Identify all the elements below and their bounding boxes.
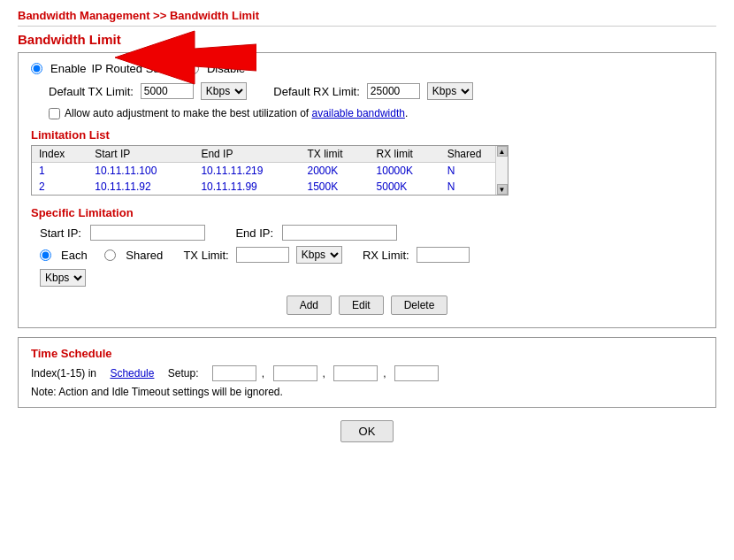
cell-tx-limit: 2000K xyxy=(300,163,369,180)
col-end-ip: End IP xyxy=(194,146,300,163)
rx-limit-label: Default RX Limit: xyxy=(273,85,360,98)
ip-routed-label: IP Routed Subnet xyxy=(91,62,181,75)
disable-radio[interactable] xyxy=(187,63,199,74)
cell-index: 1 xyxy=(32,163,88,180)
table-header-row: Index Start IP End IP TX limit RX limit … xyxy=(32,146,508,163)
section-title: Bandwidth Limit xyxy=(18,32,716,47)
cell-rx-limit: 5000K xyxy=(370,179,440,195)
cell-end-ip: 10.11.11.219 xyxy=(194,163,300,180)
cell-end-ip: 10.11.11.99 xyxy=(194,179,300,195)
time-schedule-title: Time Schedule xyxy=(31,347,703,360)
shared-label: Shared xyxy=(126,249,163,262)
enable-radio[interactable] xyxy=(31,63,42,74)
enable-label: Enable xyxy=(50,62,86,75)
add-button[interactable]: Add xyxy=(287,295,332,315)
end-ip-label: End IP: xyxy=(235,226,273,240)
delete-button[interactable]: Delete xyxy=(391,295,448,315)
specific-tx-unit-select[interactable]: Kbps xyxy=(296,246,342,264)
col-tx-limit: TX limit xyxy=(300,146,369,163)
tx-limit-label: Default TX Limit: xyxy=(49,85,134,98)
specific-limitation-title: Specific Limitation xyxy=(31,206,703,219)
limitation-table: Index Start IP End IP TX limit RX limit … xyxy=(32,146,508,195)
breadcrumb-text: Bandwidth Management >> Bandwidth Limit xyxy=(18,9,259,22)
tx-limit-input[interactable] xyxy=(141,83,194,99)
time-schedule-row: Index(1-15) in Schedule Setup: , , , xyxy=(31,365,703,381)
table-row[interactable]: 2 10.11.11.92 10.11.11.99 1500K 5000K N xyxy=(32,179,508,195)
cell-start-ip: 10.11.11.100 xyxy=(88,163,194,180)
tx-limit-unit-select[interactable]: Kbps xyxy=(201,82,247,100)
specific-tx-limit-label: TX Limit: xyxy=(183,249,228,262)
scroll-down-btn[interactable]: ▼ xyxy=(497,184,508,195)
limitation-table-wrapper: Index Start IP End IP TX limit RX limit … xyxy=(31,145,508,196)
action-buttons-row: Add Edit Delete xyxy=(31,295,703,315)
schedule-input-2[interactable] xyxy=(273,365,317,381)
col-rx-limit: RX limit xyxy=(370,146,440,163)
schedule-input-3[interactable] xyxy=(333,365,378,381)
schedule-input-4[interactable] xyxy=(394,365,439,381)
cell-tx-limit: 1500K xyxy=(300,179,369,195)
specific-rx-limit-label: RX Limit: xyxy=(363,249,409,262)
tx-rx-row: Default TX Limit: Kbps Default RX Limit:… xyxy=(49,82,703,100)
each-label: Each xyxy=(61,249,88,262)
scroll-up-btn[interactable]: ▲ xyxy=(497,146,508,157)
edit-button[interactable]: Edit xyxy=(339,295,384,315)
start-ip-input[interactable] xyxy=(90,225,205,241)
specific-tx-limit-input[interactable] xyxy=(236,247,289,263)
main-box: Enable IP Routed Subnet Disable Default … xyxy=(18,52,716,328)
start-end-ip-row: Start IP: End IP: xyxy=(40,225,703,241)
table-row[interactable]: 1 10.11.11.100 10.11.11.219 2000K 10000K… xyxy=(32,163,508,180)
breadcrumb: Bandwidth Management >> Bandwidth Limit xyxy=(18,9,716,27)
auto-adjust-label: Allow auto adjustment to make the best u… xyxy=(65,107,309,119)
col-start-ip: Start IP xyxy=(88,146,194,163)
time-schedule-box: Time Schedule Index(1-15) in Schedule Se… xyxy=(18,337,716,408)
note-row: Note: Action and Idle Timeout settings w… xyxy=(31,386,703,398)
specific-rx-limit-input[interactable] xyxy=(417,247,470,263)
auto-adjust-checkbox[interactable] xyxy=(49,108,60,119)
cell-start-ip: 10.11.11.92 xyxy=(88,179,194,195)
rx-limit-input[interactable] xyxy=(367,83,420,99)
schedule-input-1[interactable] xyxy=(212,365,256,381)
time-label1: Index(1-15) in xyxy=(31,367,96,380)
col-index: Index xyxy=(32,146,88,163)
limitation-list-title: Limitation List xyxy=(31,128,703,142)
each-radio[interactable] xyxy=(40,249,51,261)
rx-limit-unit-select[interactable]: Kbps xyxy=(427,82,473,100)
time-label2: Setup: xyxy=(168,367,199,380)
available-bandwidth-link[interactable]: available bandwidth xyxy=(312,107,405,119)
specific-rx-unit-select[interactable]: Kbps xyxy=(40,269,86,287)
disable-label: Disable xyxy=(207,62,245,75)
cell-index: 2 xyxy=(32,179,88,195)
auto-adjust-row: Allow auto adjustment to make the best u… xyxy=(49,107,703,119)
ok-button[interactable]: OK xyxy=(340,420,394,442)
enable-row: Enable IP Routed Subnet Disable xyxy=(31,62,703,75)
start-ip-label: Start IP: xyxy=(40,226,81,240)
each-shared-row: Each Shared TX Limit: Kbps RX Limit: xyxy=(40,246,703,264)
table-scrollbar[interactable]: ▲ ▼ xyxy=(495,146,508,195)
ok-row: OK xyxy=(18,420,716,442)
cell-rx-limit: 10000K xyxy=(370,163,440,180)
shared-radio[interactable] xyxy=(104,249,116,261)
rx-unit-row: Kbps xyxy=(40,269,703,287)
schedule-link[interactable]: Schedule xyxy=(110,367,154,380)
end-ip-input[interactable] xyxy=(282,225,397,241)
